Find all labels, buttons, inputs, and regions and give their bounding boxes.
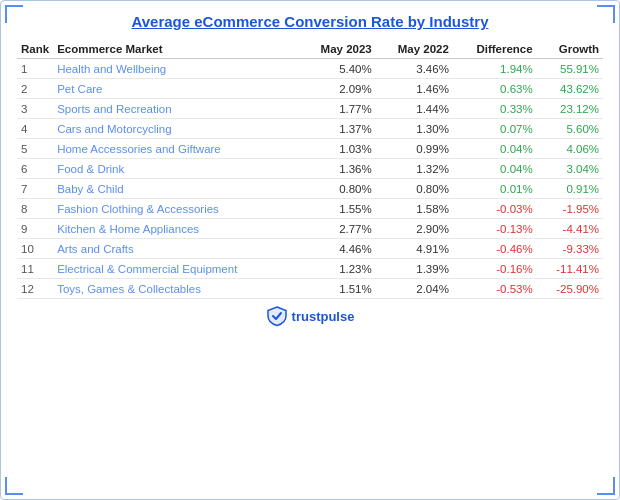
- cell-may2023: 1.37%: [299, 119, 376, 139]
- cell-growth: 43.62%: [537, 79, 603, 99]
- cell-market-name: Sports and Recreation: [53, 99, 298, 119]
- col-may2022: May 2022: [376, 40, 453, 59]
- table-row: 3Sports and Recreation1.77%1.44%0.33%23.…: [17, 99, 603, 119]
- cell-rank: 6: [17, 159, 53, 179]
- col-may2023: May 2023: [299, 40, 376, 59]
- table-row: 4Cars and Motorcycling1.37%1.30%0.07%5.6…: [17, 119, 603, 139]
- cell-market-name: Baby & Child: [53, 179, 298, 199]
- table-row: 8Fashion Clothing & Accessories1.55%1.58…: [17, 199, 603, 219]
- cell-market-name: Electrical & Commercial Equipment: [53, 259, 298, 279]
- corner-bl: [5, 477, 23, 495]
- cell-may2022: 4.91%: [376, 239, 453, 259]
- cell-rank: 7: [17, 179, 53, 199]
- main-container: Average eCommerce Conversion Rate by Ind…: [0, 0, 620, 500]
- page-title: Average eCommerce Conversion Rate by Ind…: [17, 13, 603, 30]
- table-row: 7Baby & Child0.80%0.80%0.01%0.91%: [17, 179, 603, 199]
- cell-may2022: 1.39%: [376, 259, 453, 279]
- cell-difference: 0.01%: [453, 179, 537, 199]
- cell-rank: 3: [17, 99, 53, 119]
- cell-market-name: Health and Wellbeing: [53, 59, 298, 79]
- cell-difference: -0.53%: [453, 279, 537, 299]
- cell-rank: 5: [17, 139, 53, 159]
- cell-difference: -0.03%: [453, 199, 537, 219]
- cell-rank: 9: [17, 219, 53, 239]
- col-market: Ecommerce Market: [53, 40, 298, 59]
- cell-may2023: 1.23%: [299, 259, 376, 279]
- cell-growth: -25.90%: [537, 279, 603, 299]
- table-header-row: Rank Ecommerce Market May 2023 May 2022 …: [17, 40, 603, 59]
- cell-difference: -0.13%: [453, 219, 537, 239]
- corner-br: [597, 477, 615, 495]
- cell-growth: 0.91%: [537, 179, 603, 199]
- cell-rank: 1: [17, 59, 53, 79]
- cell-difference: -0.16%: [453, 259, 537, 279]
- table-row: 11Electrical & Commercial Equipment1.23%…: [17, 259, 603, 279]
- cell-may2023: 1.03%: [299, 139, 376, 159]
- cell-rank: 11: [17, 259, 53, 279]
- cell-may2022: 1.32%: [376, 159, 453, 179]
- table-row: 12Toys, Games & Collectables1.51%2.04%-0…: [17, 279, 603, 299]
- cell-may2023: 5.40%: [299, 59, 376, 79]
- cell-difference: -0.46%: [453, 239, 537, 259]
- col-difference: Difference: [453, 40, 537, 59]
- cell-may2022: 0.80%: [376, 179, 453, 199]
- cell-growth: 23.12%: [537, 99, 603, 119]
- cell-rank: 12: [17, 279, 53, 299]
- corner-tr: [597, 5, 615, 23]
- cell-may2022: 0.99%: [376, 139, 453, 159]
- cell-may2022: 1.30%: [376, 119, 453, 139]
- table-row: 6Food & Drink1.36%1.32%0.04%3.04%: [17, 159, 603, 179]
- col-growth: Growth: [537, 40, 603, 59]
- cell-may2023: 1.77%: [299, 99, 376, 119]
- cell-growth: -9.33%: [537, 239, 603, 259]
- cell-growth: 55.91%: [537, 59, 603, 79]
- cell-difference: 0.04%: [453, 159, 537, 179]
- cell-difference: 0.33%: [453, 99, 537, 119]
- cell-may2022: 3.46%: [376, 59, 453, 79]
- cell-may2023: 1.51%: [299, 279, 376, 299]
- table-row: 5Home Accessories and Giftware1.03%0.99%…: [17, 139, 603, 159]
- cell-rank: 4: [17, 119, 53, 139]
- data-table: Rank Ecommerce Market May 2023 May 2022 …: [17, 40, 603, 299]
- cell-difference: 0.63%: [453, 79, 537, 99]
- table-row: 2Pet Care2.09%1.46%0.63%43.62%: [17, 79, 603, 99]
- col-rank: Rank: [17, 40, 53, 59]
- cell-may2022: 2.04%: [376, 279, 453, 299]
- table-row: 10Arts and Crafts4.46%4.91%-0.46%-9.33%: [17, 239, 603, 259]
- cell-growth: 5.60%: [537, 119, 603, 139]
- cell-growth: 3.04%: [537, 159, 603, 179]
- footer: trustpulse: [17, 305, 603, 327]
- cell-market-name: Kitchen & Home Appliances: [53, 219, 298, 239]
- cell-market-name: Pet Care: [53, 79, 298, 99]
- cell-growth: -1.95%: [537, 199, 603, 219]
- corner-tl: [5, 5, 23, 23]
- cell-market-name: Arts and Crafts: [53, 239, 298, 259]
- cell-market-name: Food & Drink: [53, 159, 298, 179]
- cell-rank: 8: [17, 199, 53, 219]
- cell-growth: -4.41%: [537, 219, 603, 239]
- cell-difference: 0.04%: [453, 139, 537, 159]
- cell-may2023: 2.77%: [299, 219, 376, 239]
- brand-name: trustpulse: [292, 309, 355, 324]
- cell-may2022: 1.58%: [376, 199, 453, 219]
- cell-may2022: 1.44%: [376, 99, 453, 119]
- cell-growth: -11.41%: [537, 259, 603, 279]
- cell-rank: 2: [17, 79, 53, 99]
- trustpulse-shield-icon: [266, 305, 288, 327]
- cell-market-name: Cars and Motorcycling: [53, 119, 298, 139]
- cell-may2023: 0.80%: [299, 179, 376, 199]
- table-row: 9Kitchen & Home Appliances2.77%2.90%-0.1…: [17, 219, 603, 239]
- cell-may2023: 4.46%: [299, 239, 376, 259]
- cell-may2022: 1.46%: [376, 79, 453, 99]
- cell-difference: 0.07%: [453, 119, 537, 139]
- table-row: 1Health and Wellbeing5.40%3.46%1.94%55.9…: [17, 59, 603, 79]
- cell-market-name: Home Accessories and Giftware: [53, 139, 298, 159]
- cell-market-name: Toys, Games & Collectables: [53, 279, 298, 299]
- cell-may2023: 2.09%: [299, 79, 376, 99]
- cell-market-name: Fashion Clothing & Accessories: [53, 199, 298, 219]
- cell-rank: 10: [17, 239, 53, 259]
- cell-growth: 4.06%: [537, 139, 603, 159]
- cell-may2022: 2.90%: [376, 219, 453, 239]
- cell-may2023: 1.55%: [299, 199, 376, 219]
- brand-logo: trustpulse: [266, 305, 355, 327]
